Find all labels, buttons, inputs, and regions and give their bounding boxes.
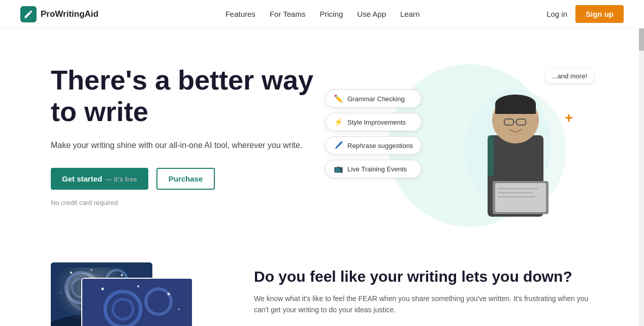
svg-point-19	[91, 270, 92, 271]
get-started-suffix: — it's free	[105, 175, 137, 183]
pill-training-label: Live Training Events	[347, 165, 407, 173]
nav-learn[interactable]: Learn	[400, 10, 420, 18]
nav-pricing[interactable]: Pricing	[319, 10, 343, 18]
feature-pills: ✏️ Grammar Checking ⚡ Style Improvements…	[325, 90, 422, 178]
painting-card-front	[81, 278, 193, 326]
svg-point-29	[137, 285, 139, 287]
card2-inner	[82, 279, 192, 326]
svg-rect-4	[495, 104, 536, 114]
nav-features[interactable]: Features	[226, 10, 255, 18]
pill-style-label: Style Improvements	[347, 118, 406, 126]
pill-rephrase-label: Rephrase suggestions	[347, 142, 413, 150]
pill-style: ⚡ Style Improvements	[325, 113, 422, 131]
logo-svg	[23, 9, 34, 19]
nav-for-teams[interactable]: For Teams	[270, 10, 306, 18]
section2-illustration: My idea in my head	[41, 262, 223, 326]
svg-rect-9	[495, 183, 546, 212]
svg-rect-13	[488, 135, 494, 176]
no-credit-card-label: No credit card required	[51, 199, 315, 206]
hero-subtitle: Make your writing shine with our all-in-…	[51, 139, 315, 152]
nav-use-app[interactable]: Use App	[357, 10, 386, 18]
nav-links: Features For Teams Pricing Use App Learn	[226, 10, 420, 18]
and-more-bubble: ...and more!	[546, 69, 593, 83]
hero-section: There's a better way to write Make your …	[0, 28, 644, 242]
hero-left: There's a better way to write Make your …	[51, 59, 315, 206]
pill-grammar: ✏️ Grammar Checking	[325, 90, 422, 108]
login-link[interactable]: Log in	[546, 10, 567, 18]
card2-svg	[82, 279, 193, 326]
pill-training: 📺 Live Training Events	[325, 160, 422, 178]
grammar-icon: ✏️	[334, 94, 343, 103]
section2-right: Do you feel like your writing lets you d…	[254, 262, 603, 316]
person-illustration	[449, 59, 582, 237]
deco-plus-icon: +	[565, 110, 573, 126]
svg-point-31	[178, 309, 180, 310]
pill-grammar-label: Grammar Checking	[347, 95, 405, 103]
svg-point-22	[60, 292, 61, 293]
logo-icon	[20, 6, 37, 22]
section2: My idea in my head Do you feel like your…	[0, 242, 644, 326]
navbar: ProWritingAid Features For Teams Pricing…	[0, 0, 644, 28]
pill-rephrase: 🖊️ Rephrase suggestions	[325, 136, 422, 155]
get-started-label: Get started	[62, 174, 102, 183]
training-icon: 📺	[334, 164, 343, 173]
nav-actions: Log in Sign up	[546, 5, 624, 23]
purchase-button[interactable]: Purchase	[156, 168, 215, 190]
hero-title: There's a better way to write	[51, 64, 315, 127]
logo-text: ProWritingAid	[41, 9, 99, 19]
svg-point-18	[70, 272, 72, 274]
get-started-button[interactable]: Get started — it's free	[51, 168, 148, 190]
svg-point-28	[102, 288, 104, 290]
svg-point-30	[168, 293, 170, 295]
hero-illustration: ...and more! + ✏️ Grammar Checking ⚡ Sty…	[315, 49, 624, 232]
scrollbar-track[interactable]	[639, 0, 644, 326]
logo-link[interactable]: ProWritingAid	[20, 6, 99, 22]
rephrase-icon: 🖊️	[334, 141, 343, 150]
hero-buttons: Get started — it's free Purchase	[51, 168, 315, 190]
section2-text: We know what it's like to feel the FEAR …	[254, 293, 603, 316]
section2-title: Do you feel like your writing lets you d…	[254, 268, 603, 286]
style-icon: ⚡	[334, 117, 343, 127]
svg-point-20	[121, 274, 123, 276]
signup-button[interactable]: Sign up	[575, 5, 624, 23]
